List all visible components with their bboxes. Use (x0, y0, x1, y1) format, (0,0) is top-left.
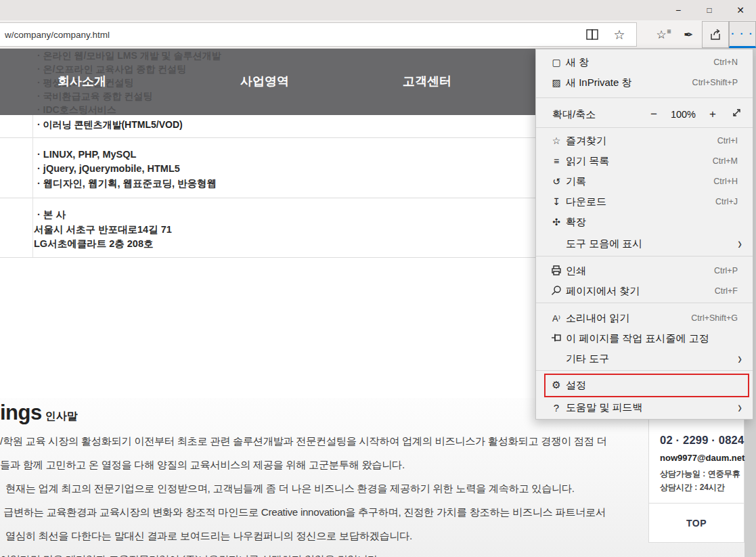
top-label: TOP (686, 518, 707, 529)
favorites-star-icon: ☆ (550, 135, 562, 146)
zoom-in-button[interactable]: + (706, 108, 719, 121)
column-divider (32, 115, 33, 257)
greeting-line: 현재는 업계 최고의 전문기업으로 인정받으며, 고객님들께 좀 더 나은 비즈… (0, 476, 633, 500)
reading-view-icon[interactable] (583, 26, 601, 43)
menu-separator (536, 97, 753, 98)
fullscreen-button[interactable] (730, 108, 743, 121)
web-note-button[interactable]: ✒ (675, 21, 702, 48)
contact-box: 02 · 2299 · 0824 now9977@daum.net 상담가능일 … (648, 413, 744, 504)
window-controls: − □ ✕ (663, 0, 756, 20)
gear-icon: ⚙ (550, 379, 562, 391)
add-favorite-star-icon[interactable]: ☆ (610, 26, 628, 43)
menu-item-more-tools[interactable]: 기타 도구 › (536, 349, 753, 369)
share-button[interactable] (702, 21, 729, 48)
greeting-title: ings인사말 (0, 401, 78, 425)
greeting-line: 열심히 최선을 다한다는 말대신 결과로 보여드리는 나우컴퍼니의 정신으로 보… (0, 524, 633, 548)
tech-item: · LINUX, PHP, MySQL (37, 149, 136, 160)
menu-item-new-window[interactable]: ▢ 새 창 Ctrl+N (536, 52, 753, 72)
browser-more-menu: ▢ 새 창 Ctrl+N ▨ 새 InPrivate 창 Ctrl+Shift+… (535, 49, 753, 420)
nav-item-company[interactable]: 회사소개 (58, 73, 106, 89)
menu-separator (536, 303, 753, 303)
download-icon: ↧ (550, 196, 562, 207)
menu-item-read-aloud[interactable]: A⁾ 소리내어 읽기 Ctrl+Shift+G (536, 308, 753, 328)
chevron-right-icon: › (738, 399, 742, 416)
chevron-right-icon: › (738, 351, 742, 367)
browser-toolbar: w/company/company.html ☆ ☆≡ ✒ (0, 20, 756, 49)
contact-email: now9977@daum.net (660, 453, 744, 463)
tech-item: · 웹디자인, 웹기획, 웹표준코딩, 반응형웹 (37, 177, 217, 190)
maximize-button[interactable]: □ (694, 0, 725, 20)
menu-item-downloads[interactable]: ↧ 다운로드 Ctrl+J (536, 192, 753, 212)
greeting-line: 이었다면 많은 대기업과 교육전문기업이 (주)나우컴퍼니를 선택하지 않았을 … (0, 548, 633, 557)
extensions-icon: ✣ (550, 217, 562, 227)
menu-item-settings[interactable]: ⚙ 설정 (536, 375, 753, 395)
greeting-paragraphs: /학원 교육 시장의 활성화되기 이전부터 최초로 관련 솔루션개발과 전문컨설… (0, 429, 633, 557)
menu-item-help-feedback[interactable]: ? 도움말 및 피드백 › (536, 397, 753, 418)
greeting-line: 들과 함께 고민하고 온 열정을 다해 양질의 교육서비스의 제공을 위해 고군… (0, 453, 633, 476)
address-line: LG서초에클라트 2층 208호 (34, 238, 153, 250)
browser-window: − □ ✕ w/company/company.html ☆ ☆≡ ✒ (0, 0, 756, 557)
close-button[interactable]: ✕ (725, 0, 756, 20)
contact-panel: 02 · 2299 · 0824 now9977@daum.net 상담가능일 … (648, 413, 744, 543)
greeting-title-ko: 인사말 (45, 410, 78, 422)
menu-item-favorites[interactable]: ☆ 즐겨찾기 Ctrl+I (536, 131, 753, 151)
scroll-top-button[interactable]: TOP (648, 503, 744, 543)
menu-item-new-inprivate-window[interactable]: ▨ 새 InPrivate 창 Ctrl+Shift+P (536, 72, 753, 93)
menu-item-reading-list[interactable]: ≡ 읽기 목록 Ctrl+M (536, 151, 753, 171)
menu-item-history[interactable]: ↺ 기록 Ctrl+H (536, 171, 753, 192)
menu-item-pin-to-taskbar[interactable]: 이 페이지를 작업 표시줄에 고정 (536, 328, 753, 349)
fullscreen-icon (732, 108, 742, 118)
menu-separator (536, 370, 753, 371)
menu-item-print[interactable]: 인쇄 Ctrl+P (536, 261, 753, 281)
ellipsis-icon: · · · (731, 30, 753, 37)
hub-star-icon: ☆≡ (656, 28, 666, 42)
title-bar: − □ ✕ (0, 0, 756, 20)
greeting-title-en: ings (0, 401, 42, 424)
nav-item-support[interactable]: 고객센터 (403, 73, 451, 89)
pin-icon (550, 333, 562, 344)
url-text[interactable]: w/company/company.html (5, 30, 583, 40)
book-icon (585, 28, 600, 41)
history-icon: ↺ (550, 176, 562, 187)
pen-icon: ✒ (684, 28, 693, 42)
zoom-level: 100% (671, 109, 696, 120)
minimize-button[interactable]: − (663, 0, 694, 20)
tech-item: · jQuery, jQuerymobile, HTML5 (37, 163, 180, 174)
read-aloud-icon: A⁾ (550, 313, 562, 324)
menu-item-zoom: 확대/축소 − 100% + (536, 102, 753, 127)
menu-separator (536, 256, 753, 257)
favorites-hub-button[interactable]: ☆≡ (648, 21, 675, 48)
menu-separator (536, 127, 753, 128)
service-item: · 이러닝 콘텐츠개발(HTML5/VOD) (37, 119, 183, 131)
chevron-right-icon: › (738, 236, 742, 252)
greeting-line: /학원 교육 시장의 활성화되기 이전부터 최초로 관련 솔루션개발과 전문컨설… (0, 429, 633, 453)
address-line: 서울시 서초구 반포대로14길 71 (34, 223, 172, 236)
greeting-line: 급변하는 교육환경과 교육시장의 변화와 창조적 마인드로 Creative i… (0, 500, 633, 524)
help-icon: ? (550, 402, 562, 414)
menu-item-find-on-page[interactable]: 페이지에서 찾기 Ctrl+F (536, 281, 753, 301)
nav-item-business[interactable]: 사업영역 (240, 73, 289, 89)
more-actions-button[interactable]: · · · (729, 21, 756, 48)
page-viewport: · 온라인 웹/모바일 LMS 개발 및 솔루션개발 · 온/오프라인 교육사업… (0, 49, 756, 557)
share-icon (709, 28, 722, 41)
menu-item-show-in-toolbar[interactable]: 도구 모음에 표시 › (536, 233, 753, 254)
contact-hours: 상담시간 : 24시간 (660, 482, 744, 493)
address-bar[interactable]: w/company/company.html ☆ (0, 22, 637, 47)
inprivate-icon: ▨ (550, 77, 562, 88)
new-window-icon: ▢ (550, 57, 562, 68)
menu-item-extensions[interactable]: ✣ 확장 (536, 212, 753, 232)
zoom-out-button[interactable]: − (647, 108, 661, 121)
search-icon (550, 285, 562, 298)
toolbar-buttons: ☆≡ ✒ · · · (648, 20, 756, 49)
contact-phone: 02 · 2299 · 0824 (660, 434, 744, 447)
address-line: · 본 사 (37, 208, 66, 221)
reading-list-icon: ≡ (550, 156, 562, 166)
contact-availability: 상담가능일 : 연중무휴 (660, 468, 744, 480)
printer-icon (550, 265, 562, 277)
